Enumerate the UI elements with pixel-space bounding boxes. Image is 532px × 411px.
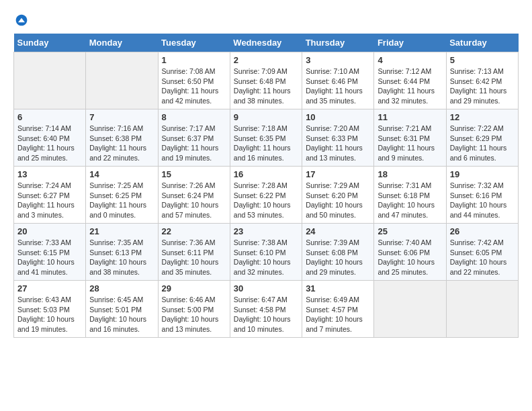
day-info: Sunrise: 7:28 AMSunset: 6:22 PMDaylight:…: [234, 181, 298, 220]
calendar-cell: 30Sunrise: 6:47 AMSunset: 4:58 PMDayligh…: [230, 281, 302, 338]
day-info: Sunrise: 7:38 AMSunset: 6:10 PMDaylight:…: [234, 238, 298, 277]
day-number: 6: [17, 112, 82, 122]
calendar-cell: 29Sunrise: 6:46 AMSunset: 5:00 PMDayligh…: [158, 281, 230, 338]
calendar-cell: 3Sunrise: 7:10 AMSunset: 6:46 PMDaylight…: [302, 52, 374, 109]
day-number: 7: [89, 112, 154, 122]
day-number: 31: [306, 283, 370, 293]
calendar-cell: 24Sunrise: 7:39 AMSunset: 6:08 PMDayligh…: [302, 224, 374, 281]
day-info: Sunrise: 7:24 AMSunset: 6:27 PMDaylight:…: [17, 181, 82, 220]
day-info: Sunrise: 7:31 AMSunset: 6:18 PMDaylight:…: [378, 181, 442, 220]
day-number: 10: [306, 112, 370, 122]
calendar-cell: 12Sunrise: 7:22 AMSunset: 6:29 PMDayligh…: [446, 109, 518, 167]
day-number: 18: [378, 169, 442, 179]
weekday-header-saturday: Saturday: [446, 34, 518, 52]
day-number: 19: [450, 169, 515, 179]
day-number: 8: [162, 112, 226, 122]
day-number: 17: [306, 169, 370, 179]
day-number: 27: [17, 283, 82, 293]
day-number: 29: [162, 283, 226, 293]
calendar-week-5: 27Sunrise: 6:43 AMSunset: 5:03 PMDayligh…: [14, 281, 519, 338]
day-info: Sunrise: 7:13 AMSunset: 6:42 PMDaylight:…: [450, 66, 515, 106]
calendar-header-row: SundayMondayTuesdayWednesdayThursdayFrid…: [14, 34, 519, 52]
calendar-week-3: 13Sunrise: 7:24 AMSunset: 6:27 PMDayligh…: [14, 167, 519, 224]
day-number: 3: [306, 55, 370, 65]
calendar-cell: 31Sunrise: 6:49 AMSunset: 4:57 PMDayligh…: [302, 281, 374, 338]
day-info: Sunrise: 7:21 AMSunset: 6:31 PMDaylight:…: [378, 124, 442, 163]
day-number: 22: [162, 226, 226, 236]
calendar-week-4: 20Sunrise: 7:33 AMSunset: 6:15 PMDayligh…: [14, 224, 519, 281]
day-number: 23: [234, 226, 298, 236]
day-info: Sunrise: 7:33 AMSunset: 6:15 PMDaylight:…: [17, 238, 82, 277]
weekday-header-tuesday: Tuesday: [158, 34, 230, 52]
day-number: 24: [306, 226, 370, 236]
weekday-header-wednesday: Wednesday: [230, 34, 302, 52]
calendar-cell: 2Sunrise: 7:09 AMSunset: 6:48 PMDaylight…: [230, 52, 302, 109]
day-number: 5: [450, 55, 515, 65]
day-info: Sunrise: 7:32 AMSunset: 6:16 PMDaylight:…: [450, 181, 515, 220]
calendar-cell: 7Sunrise: 7:16 AMSunset: 6:38 PMDaylight…: [86, 109, 158, 167]
day-number: 25: [378, 226, 442, 236]
weekday-header-sunday: Sunday: [14, 34, 86, 52]
calendar-cell: 11Sunrise: 7:21 AMSunset: 6:31 PMDayligh…: [374, 109, 446, 167]
day-info: Sunrise: 7:25 AMSunset: 6:25 PMDaylight:…: [89, 181, 154, 220]
calendar-week-1: 1Sunrise: 7:08 AMSunset: 6:50 PMDaylight…: [14, 52, 519, 109]
calendar-cell: 8Sunrise: 7:17 AMSunset: 6:37 PMDaylight…: [158, 109, 230, 167]
day-number: 11: [378, 112, 442, 122]
day-info: Sunrise: 6:43 AMSunset: 5:03 PMDaylight:…: [17, 295, 82, 334]
day-info: Sunrise: 7:17 AMSunset: 6:37 PMDaylight:…: [162, 124, 226, 163]
calendar-cell: 4Sunrise: 7:12 AMSunset: 6:44 PMDaylight…: [374, 52, 446, 109]
calendar-cell: 9Sunrise: 7:18 AMSunset: 6:35 PMDaylight…: [230, 109, 302, 167]
calendar-cell: 26Sunrise: 7:42 AMSunset: 6:05 PMDayligh…: [446, 224, 518, 281]
weekday-header-friday: Friday: [374, 34, 446, 52]
day-info: Sunrise: 7:40 AMSunset: 6:06 PMDaylight:…: [378, 238, 442, 277]
calendar-cell: 5Sunrise: 7:13 AMSunset: 6:42 PMDaylight…: [446, 52, 518, 109]
calendar-cell: 20Sunrise: 7:33 AMSunset: 6:15 PMDayligh…: [14, 224, 86, 281]
calendar-cell: [86, 52, 158, 109]
day-number: 28: [89, 283, 154, 293]
day-info: Sunrise: 7:36 AMSunset: 6:11 PMDaylight:…: [162, 238, 226, 277]
page-header: [13, 13, 519, 27]
day-number: 2: [234, 55, 298, 65]
weekday-header-monday: Monday: [86, 34, 158, 52]
logo: [13, 13, 28, 27]
calendar-cell: 10Sunrise: 7:20 AMSunset: 6:33 PMDayligh…: [302, 109, 374, 167]
calendar-cell: 28Sunrise: 6:45 AMSunset: 5:01 PMDayligh…: [86, 281, 158, 338]
day-info: Sunrise: 7:22 AMSunset: 6:29 PMDaylight:…: [450, 124, 515, 163]
day-info: Sunrise: 7:20 AMSunset: 6:33 PMDaylight:…: [306, 124, 370, 163]
day-info: Sunrise: 7:12 AMSunset: 6:44 PMDaylight:…: [378, 66, 442, 106]
day-info: Sunrise: 7:29 AMSunset: 6:20 PMDaylight:…: [306, 181, 370, 220]
day-info: Sunrise: 7:10 AMSunset: 6:46 PMDaylight:…: [306, 66, 370, 106]
day-number: 9: [234, 112, 298, 122]
day-info: Sunrise: 7:09 AMSunset: 6:48 PMDaylight:…: [234, 66, 298, 106]
calendar-cell: [446, 281, 518, 338]
day-number: 14: [89, 169, 154, 179]
day-number: 26: [450, 226, 515, 236]
calendar-cell: 13Sunrise: 7:24 AMSunset: 6:27 PMDayligh…: [14, 167, 86, 224]
calendar-cell: 27Sunrise: 6:43 AMSunset: 5:03 PMDayligh…: [14, 281, 86, 338]
day-info: Sunrise: 7:42 AMSunset: 6:05 PMDaylight:…: [450, 238, 515, 277]
calendar-cell: 16Sunrise: 7:28 AMSunset: 6:22 PMDayligh…: [230, 167, 302, 224]
day-number: 15: [162, 169, 226, 179]
day-info: Sunrise: 7:16 AMSunset: 6:38 PMDaylight:…: [89, 124, 154, 163]
day-info: Sunrise: 7:08 AMSunset: 6:50 PMDaylight:…: [162, 66, 226, 106]
day-info: Sunrise: 6:49 AMSunset: 4:57 PMDaylight:…: [306, 295, 370, 334]
day-number: 12: [450, 112, 515, 122]
calendar-cell: 14Sunrise: 7:25 AMSunset: 6:25 PMDayligh…: [86, 167, 158, 224]
weekday-header-thursday: Thursday: [302, 34, 374, 52]
calendar-table: SundayMondayTuesdayWednesdayThursdayFrid…: [13, 34, 519, 338]
calendar-cell: 25Sunrise: 7:40 AMSunset: 6:06 PMDayligh…: [374, 224, 446, 281]
day-info: Sunrise: 6:45 AMSunset: 5:01 PMDaylight:…: [89, 295, 154, 334]
calendar-cell: 1Sunrise: 7:08 AMSunset: 6:50 PMDaylight…: [158, 52, 230, 109]
day-info: Sunrise: 7:39 AMSunset: 6:08 PMDaylight:…: [306, 238, 370, 277]
calendar-cell: 6Sunrise: 7:14 AMSunset: 6:40 PMDaylight…: [14, 109, 86, 167]
day-number: 30: [234, 283, 298, 293]
calendar-week-2: 6Sunrise: 7:14 AMSunset: 6:40 PMDaylight…: [14, 109, 519, 167]
day-info: Sunrise: 6:47 AMSunset: 4:58 PMDaylight:…: [234, 295, 298, 334]
day-info: Sunrise: 6:46 AMSunset: 5:00 PMDaylight:…: [162, 295, 226, 334]
calendar-cell: [14, 52, 86, 109]
day-info: Sunrise: 7:18 AMSunset: 6:35 PMDaylight:…: [234, 124, 298, 163]
calendar-cell: [374, 281, 446, 338]
day-number: 4: [378, 55, 442, 65]
calendar-cell: 15Sunrise: 7:26 AMSunset: 6:24 PMDayligh…: [158, 167, 230, 224]
day-info: Sunrise: 7:14 AMSunset: 6:40 PMDaylight:…: [17, 124, 82, 163]
